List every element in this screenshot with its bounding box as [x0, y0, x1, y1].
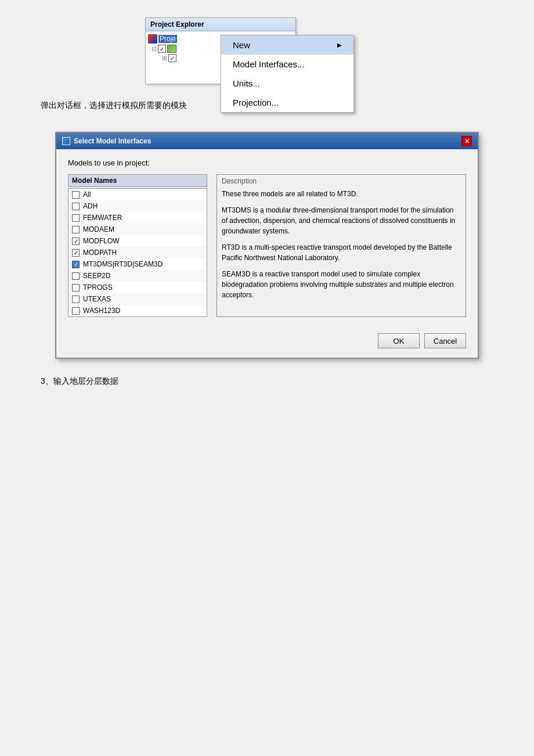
menu-item-new-arrow: ▶ — [337, 42, 342, 48]
model-row-seep2d[interactable]: SEEP2D — [68, 270, 207, 282]
model-row-all[interactable]: All — [68, 189, 207, 200]
model-row-adh[interactable]: ADH — [68, 200, 207, 212]
menu-item-projection[interactable]: Projection... — [221, 93, 353, 112]
description-title: Description — [217, 175, 466, 186]
dialog-body: Models to use in project: Model Names Al… — [56, 149, 478, 326]
model-row-mt3dms[interactable]: ✓ MT3DMS|RT3D|SEAM3D — [68, 258, 207, 270]
model-row-utexas[interactable]: UTEXAS — [68, 293, 207, 305]
model-row-modpath[interactable]: ✓ MODPATH — [68, 247, 207, 258]
pe-check2[interactable]: ✓ — [168, 54, 176, 62]
top-section: Project Explorer Proje ⊟ ✓ ⊞ ✓ — [35, 17, 499, 84]
dialog-titlebar: Select Model Interfaces ✕ — [56, 133, 478, 149]
model-name-modflow: MODFLOW — [83, 237, 120, 245]
context-menu: New ▶ Model Interfaces... Units... Proje… — [221, 35, 354, 113]
project-explorer-wrapper: Project Explorer Proje ⊟ ✓ ⊞ ✓ — [145, 17, 389, 84]
model-name-tprogs: TPROGS — [83, 283, 113, 291]
model-name-seep2d: SEEP2D — [83, 272, 110, 280]
ok-button[interactable]: OK — [378, 333, 420, 348]
dialog-footer: OK Cancel — [56, 326, 478, 358]
description-panel: Description These three models are all r… — [217, 174, 466, 317]
pe-title: Project Explorer — [150, 20, 204, 28]
pe-titlebar: Project Explorer — [146, 18, 295, 31]
checkbox-modflow[interactable]: ✓ — [72, 237, 80, 245]
checkbox-modaem[interactable] — [72, 226, 80, 233]
model-name-all: All — [83, 190, 91, 199]
model-name-modaem: MODAEM — [83, 225, 114, 233]
checkbox-tprogs[interactable] — [72, 284, 80, 291]
dialog-content: Model Names All ADH — [68, 174, 466, 317]
desc-para-4: SEAM3D is a reactive transport model use… — [222, 269, 461, 300]
pe-leaf-icon — [167, 45, 176, 53]
model-row-modaem[interactable]: MODAEM — [68, 224, 207, 235]
desc-para-1: These three models are all related to MT… — [222, 189, 461, 199]
model-list-panel: Model Names All ADH — [68, 174, 207, 317]
menu-item-model-interfaces[interactable]: Model Interfaces... — [221, 55, 353, 74]
model-list-header: Model Names — [68, 174, 207, 187]
dialog-title-left: Select Model Interfaces — [62, 137, 151, 145]
model-name-modpath: MODPATH — [83, 249, 117, 257]
checkbox-femwater[interactable] — [72, 214, 80, 222]
checkbox-wash123d[interactable] — [72, 307, 80, 315]
caption2: 3、输入地层分层数据 — [35, 376, 499, 387]
model-name-mt3dms: MT3DMS|RT3D|SEAM3D — [83, 260, 163, 268]
select-model-interfaces-dialog: Select Model Interfaces ✕ Models to use … — [55, 132, 479, 359]
pe-check1[interactable]: ✓ — [158, 45, 166, 53]
pe-project-icon — [148, 34, 157, 44]
menu-item-projection-label: Projection... — [233, 98, 279, 107]
model-row-wash123d[interactable]: WASH123D — [68, 305, 207, 316]
model-row-tprogs[interactable]: TPROGS — [68, 282, 207, 293]
menu-item-model-interfaces-label: Model Interfaces... — [233, 59, 304, 69]
model-row-modflow[interactable]: ✓ MODFLOW — [68, 235, 207, 247]
model-list: All ADH FEMWATER — [68, 188, 207, 317]
menu-item-units[interactable]: Units... — [221, 74, 353, 93]
desc-para-2: MT3DMS is a modular three-dimensional tr… — [222, 205, 461, 236]
checkbox-utexas[interactable] — [72, 296, 80, 303]
model-name-femwater: FEMWATER — [83, 214, 122, 222]
checkbox-mt3dms[interactable]: ✓ — [72, 261, 80, 268]
dialog-title-icon — [62, 137, 70, 145]
checkbox-all[interactable] — [72, 191, 80, 199]
model-name-wash123d: WASH123D — [83, 307, 120, 315]
dialog-section: Select Model Interfaces ✕ Models to use … — [35, 132, 499, 359]
pe-project-label[interactable]: Proje — [158, 35, 177, 43]
menu-item-units-label: Units... — [233, 78, 260, 88]
description-content: These three models are all related to MT… — [217, 186, 466, 308]
dialog-close-button[interactable]: ✕ — [461, 136, 472, 146]
checkbox-adh[interactable] — [72, 203, 80, 210]
dialog-subtitle: Models to use in project: — [68, 159, 466, 167]
cancel-button[interactable]: Cancel — [424, 333, 466, 348]
checkbox-modpath[interactable]: ✓ — [72, 249, 80, 257]
menu-item-new-label: New — [233, 40, 250, 50]
dialog-title: Select Model Interfaces — [74, 137, 151, 145]
desc-para-3: RT3D is a multi-species reactive transpo… — [222, 242, 461, 263]
menu-item-new[interactable]: New ▶ — [221, 35, 353, 55]
model-row-femwater[interactable]: FEMWATER — [68, 212, 207, 224]
model-name-utexas: UTEXAS — [83, 295, 111, 303]
checkbox-seep2d[interactable] — [72, 272, 80, 280]
model-name-adh: ADH — [83, 202, 98, 210]
